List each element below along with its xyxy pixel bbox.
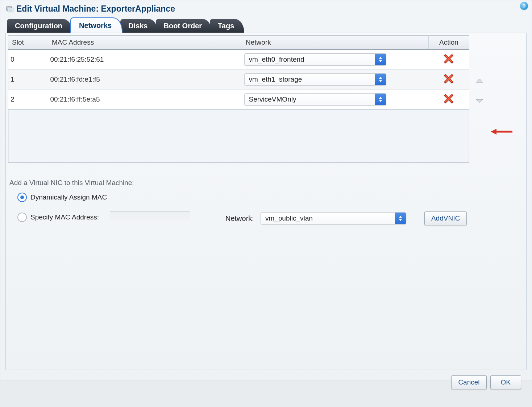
move-up-button[interactable]	[475, 78, 483, 84]
help-icon[interactable]: ?	[520, 2, 528, 10]
cell-action	[429, 50, 469, 70]
svg-marker-7	[379, 97, 382, 99]
nic-table: Slot MAC Address Network Action 0 00:21:…	[8, 35, 469, 163]
radio-label: Specify MAC Address:	[30, 213, 99, 221]
delete-nic-button[interactable]	[444, 77, 453, 85]
cell-mac: 00:21:f6:25:52:61	[48, 50, 242, 70]
delete-nic-button[interactable]	[444, 97, 453, 105]
chevron-updown-icon	[395, 213, 406, 224]
edit-vm-dialog: Edit Virtual Machine: ExporterAppliance …	[0, 0, 532, 381]
add-vnic-network-select[interactable]: vm_public_vlan	[261, 212, 406, 225]
svg-marker-10	[476, 99, 483, 103]
networks-panel: Slot MAC Address Network Action 0 00:21:…	[5, 33, 527, 370]
chevron-updown-icon	[375, 94, 386, 105]
svg-marker-8	[379, 100, 382, 102]
svg-marker-9	[476, 79, 483, 82]
col-header-slot[interactable]: Slot	[8, 36, 48, 50]
network-select-value: vm_eth0_frontend	[245, 56, 375, 63]
form-heading: Add a Virtual NIC to this Virtual Machin…	[9, 179, 522, 187]
nic-row[interactable]: 2 00:21:f6:ff:5e:a5 ServiceVMOnly	[8, 90, 469, 110]
cell-network: vm_eth0_frontend	[242, 50, 429, 70]
tab-disks[interactable]: Disks	[120, 19, 158, 33]
radio-label: Dynamically Assign MAC	[30, 193, 107, 201]
radio-dynamic-mac[interactable]: Dynamically Assign MAC	[17, 193, 522, 202]
col-header-network[interactable]: Network	[242, 36, 429, 50]
reorder-controls	[474, 35, 485, 105]
svg-marker-14	[399, 219, 402, 221]
table-empty-area	[8, 110, 469, 163]
svg-marker-13	[399, 216, 402, 218]
svg-rect-2	[9, 9, 12, 11]
tab-boot-order[interactable]: Boot Order	[156, 19, 212, 33]
network-select[interactable]: ServiceVMOnly	[244, 93, 386, 106]
mac-address-input[interactable]	[110, 211, 190, 223]
cell-action	[429, 70, 469, 90]
svg-marker-3	[379, 57, 382, 59]
vm-icon	[6, 5, 13, 13]
svg-marker-12	[491, 129, 496, 135]
nic-row[interactable]: 1 00:21:f6:fd:e1:f5 vm_eth1_storage	[8, 70, 469, 90]
network-label: Network:	[225, 214, 254, 223]
network-select-value: ServiceVMOnly	[245, 95, 375, 103]
col-header-mac[interactable]: MAC Address	[48, 36, 242, 50]
radio-icon	[17, 213, 27, 222]
add-vnic-form: Add a Virtual NIC to this Virtual Machin…	[8, 176, 524, 225]
network-select[interactable]: vm_eth1_storage	[244, 73, 386, 86]
dialog-footer: Cancel OK	[451, 375, 521, 389]
svg-marker-5	[379, 77, 382, 79]
cell-slot: 0	[8, 50, 48, 70]
svg-marker-6	[379, 80, 382, 82]
network-select[interactable]: vm_eth0_frontend	[244, 53, 386, 66]
svg-marker-4	[379, 60, 382, 62]
dialog-title: Edit Virtual Machine: ExporterAppliance	[16, 4, 175, 14]
tab-bar: Configuration Networks Disks Boot Order …	[3, 17, 529, 33]
tab-configuration[interactable]: Configuration	[7, 19, 72, 33]
delete-nic-button[interactable]	[444, 57, 453, 65]
radio-icon	[17, 193, 27, 202]
network-select-value: vm_public_vlan	[261, 214, 395, 222]
dialog-title-bar: Edit Virtual Machine: ExporterAppliance …	[3, 3, 529, 17]
network-select-value: vm_eth1_storage	[245, 75, 375, 83]
cell-network: vm_eth1_storage	[242, 70, 429, 90]
annotation-arrow-icon	[490, 127, 513, 137]
cell-action	[429, 90, 469, 110]
tab-tags[interactable]: Tags	[210, 19, 244, 33]
cell-network: ServiceVMOnly	[242, 90, 429, 110]
cell-slot: 2	[8, 90, 48, 110]
nic-row[interactable]: 0 00:21:f6:25:52:61 vm_eth0_frontend	[8, 50, 469, 70]
move-down-button[interactable]	[475, 99, 483, 105]
ok-button[interactable]: OK	[490, 375, 521, 389]
add-vnic-button[interactable]: Add VNIC	[424, 211, 467, 225]
cancel-button[interactable]: Cancel	[451, 375, 486, 389]
cell-mac: 00:21:f6:fd:e1:f5	[48, 70, 242, 90]
cell-slot: 1	[8, 70, 48, 90]
tab-networks[interactable]: Networks	[70, 17, 122, 33]
chevron-updown-icon	[375, 54, 386, 65]
chevron-updown-icon	[375, 74, 386, 85]
cell-mac: 00:21:f6:ff:5e:a5	[48, 90, 242, 110]
col-header-action[interactable]: Action	[429, 36, 469, 50]
